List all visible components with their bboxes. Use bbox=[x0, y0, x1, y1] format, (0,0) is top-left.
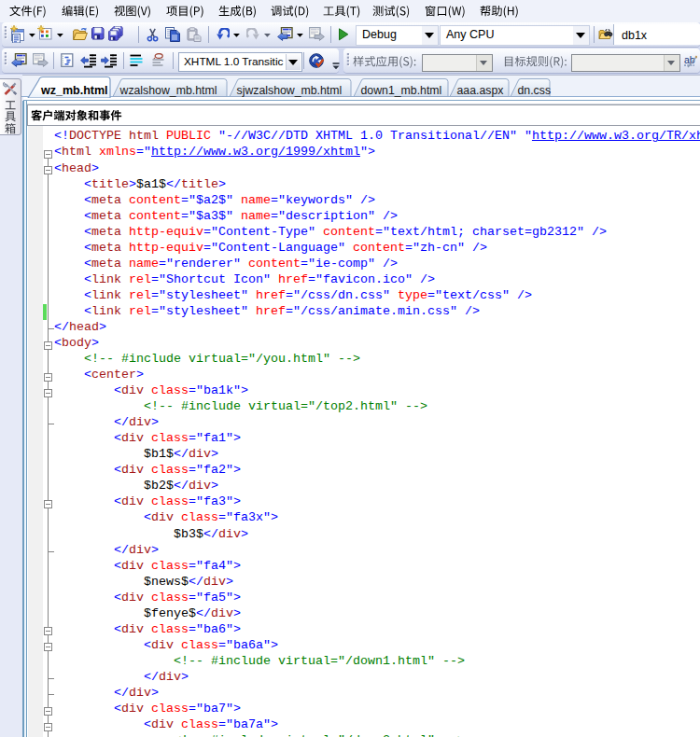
svg-text:wz_mb.html: wz_mb.html bbox=[40, 84, 108, 97]
svg-text:down1_mb.html: down1_mb.html bbox=[361, 84, 442, 97]
svg-text:wzalshow_mb.html: wzalshow_mb.html bbox=[119, 84, 217, 97]
svg-text:aaa.aspx: aaa.aspx bbox=[457, 84, 505, 97]
svg-text:sjwzalshow_mb.html: sjwzalshow_mb.html bbox=[237, 84, 343, 97]
svg-text:dn.css: dn.css bbox=[518, 84, 552, 97]
